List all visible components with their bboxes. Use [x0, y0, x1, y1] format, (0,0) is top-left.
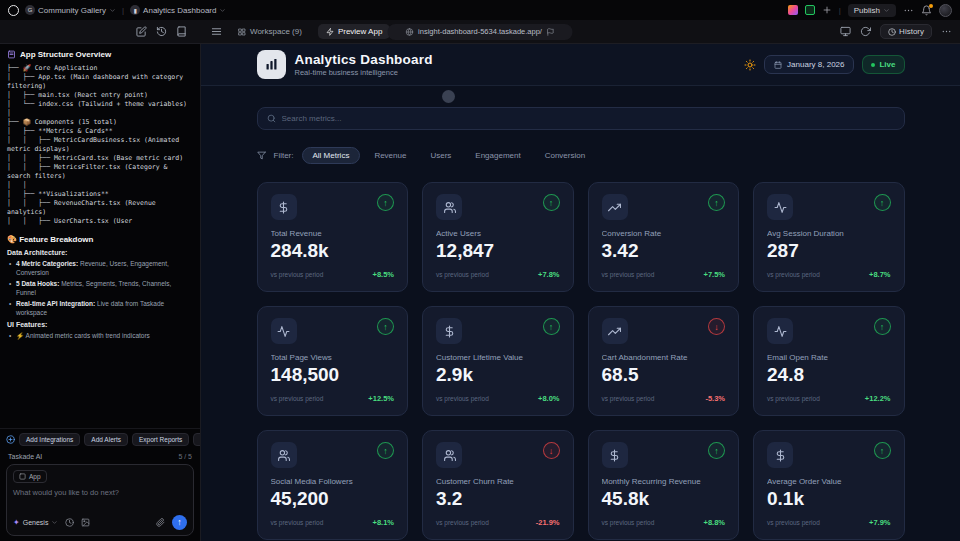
community-gallery-label: Community Gallery — [38, 6, 106, 15]
green-widget-icon[interactable] — [805, 5, 815, 15]
search-input[interactable] — [282, 114, 895, 123]
clipboard-icon — [7, 50, 16, 59]
more-icon[interactable] — [941, 26, 952, 37]
context-chip-app[interactable]: App — [13, 470, 47, 483]
ui-bullets: ⚡ Animated metric cards with trend indic… — [7, 331, 193, 340]
quick-action-button[interactable]: Add Integrations — [19, 433, 80, 446]
trend-indicator-icon: ↑ — [543, 318, 560, 335]
tree-line: ├── 📦 Components (15 total) — [7, 118, 193, 127]
url-text: insight-dashboard-5634.taskade.app/ — [418, 27, 542, 36]
clock-icon — [888, 28, 896, 36]
sidebar-scroll[interactable]: App Structure Overview ├── 🚀 Core Applic… — [0, 44, 200, 428]
more-icon[interactable] — [903, 5, 914, 16]
tree-line: │ │ ├── MetricCard.tsx (Base metric card… — [7, 154, 193, 163]
metric-change: +8.5% — [373, 270, 394, 279]
filter-pill[interactable]: Revenue — [364, 148, 416, 163]
page-subtitle: Real-time business intelligence — [295, 68, 433, 77]
gem-icon[interactable] — [788, 5, 798, 15]
quick-action-button[interactable]: Add Alerts — [84, 433, 128, 446]
filter-pill[interactable]: Engagement — [465, 148, 530, 163]
send-button[interactable]: ↑ — [172, 515, 187, 530]
arch-bullets: 4 Metric Categories: Revenue, Users, Eng… — [7, 259, 193, 317]
trend-indicator-icon: ↑ — [377, 442, 394, 459]
metric-card[interactable]: ↑ Active Users 12,847 vs previous period… — [422, 182, 574, 292]
metric-card[interactable]: ↓ Cart Abandonment Rate 68.5 vs previous… — [588, 306, 740, 416]
filter-pill[interactable]: Conversion — [535, 148, 595, 163]
journal-icon[interactable] — [176, 26, 187, 37]
drag-handle[interactable] — [442, 90, 455, 103]
feature-bullet: ⚡ Animated metric cards with trend indic… — [7, 331, 193, 340]
plus-icon[interactable] — [822, 5, 832, 15]
metric-vs-label: vs previous period — [767, 271, 820, 278]
history-button[interactable]: History — [880, 24, 932, 39]
metric-icon — [271, 442, 297, 468]
community-gallery-menu[interactable]: G Community Gallery — [25, 5, 116, 15]
metric-card[interactable]: ↓ Customer Churn Rate 3.2 vs previous pe… — [422, 430, 574, 540]
chevron-down-icon — [883, 7, 890, 14]
publish-button[interactable]: Publish — [848, 4, 896, 17]
metric-icon — [602, 442, 628, 468]
avatar[interactable] — [939, 4, 952, 17]
quick-action-button[interactable]: Custom — [193, 433, 200, 446]
metric-change: +12.5% — [368, 394, 394, 403]
structure-title: App Structure Overview — [20, 50, 111, 59]
composer-input[interactable]: What would you like to do next? — [13, 488, 187, 510]
preview-body[interactable]: Filter: All MetricsRevenueUsersEngagemen… — [201, 86, 960, 541]
history-icon[interactable] — [156, 26, 167, 37]
metric-value: 24.8 — [767, 364, 891, 386]
notifications-button[interactable] — [921, 5, 932, 16]
trend-indicator-icon: ↑ — [708, 442, 725, 459]
chevron-down-icon — [51, 519, 58, 526]
divider: | — [122, 6, 124, 15]
search-bar[interactable] — [257, 107, 905, 130]
model-selector[interactable]: ✦ Genesis — [13, 518, 58, 527]
metric-card[interactable]: ↑ Social Media Followers 45,200 vs previ… — [257, 430, 409, 540]
metric-card[interactable]: ↑ Email Open Rate 24.8 vs previous perio… — [753, 306, 905, 416]
metric-card[interactable]: ↑ Average Order Value 0.1k vs previous p… — [753, 430, 905, 540]
date-label: January 8, 2026 — [787, 60, 844, 69]
metric-change: -21.9% — [536, 518, 560, 527]
flag-icon[interactable] — [547, 28, 555, 36]
metric-vs-label: vs previous period — [436, 395, 489, 402]
filter-pill[interactable]: All Metrics — [302, 147, 361, 164]
address-bar[interactable]: insight-dashboard-5634.taskade.app/ — [388, 24, 573, 40]
ai-composer[interactable]: App What would you like to do next? ✦ Ge… — [6, 464, 194, 536]
tree-line: │ │ ├── MetricsFilter.tsx (Category & se… — [7, 163, 193, 181]
metric-vs-label: vs previous period — [602, 271, 655, 278]
metric-card[interactable]: ↑ Avg Session Duration 287 vs previous p… — [753, 182, 905, 292]
metric-value: 45.8k — [602, 488, 726, 510]
taskade-logo-icon[interactable] — [8, 5, 19, 16]
metric-card[interactable]: ↑ Conversion Rate 3.42 vs previous perio… — [588, 182, 740, 292]
image-icon[interactable] — [81, 518, 90, 527]
filter-row: Filter: All MetricsRevenueUsersEngagemen… — [257, 147, 905, 164]
clock-icon[interactable] — [65, 518, 74, 527]
metric-value: 148,500 — [271, 364, 395, 386]
chat-sidebar: App Structure Overview ├── 🚀 Core Applic… — [0, 44, 201, 541]
filter-pill[interactable]: Users — [420, 148, 461, 163]
project-menu[interactable]: ▮ Analytics Dashboard — [130, 5, 226, 15]
paperclip-icon[interactable] — [156, 518, 165, 527]
metric-card[interactable]: ↑ Customer Lifetime Value 2.9k vs previo… — [422, 306, 574, 416]
tab-preview-app[interactable]: Preview App — [318, 24, 390, 39]
quick-action-button[interactable]: Export Reports — [132, 433, 189, 446]
chevron-down-icon — [109, 7, 116, 14]
metric-label: Active Users — [436, 229, 560, 238]
metric-value: 0.1k — [767, 488, 891, 510]
monitor-icon[interactable] — [840, 26, 851, 37]
metric-vs-label: vs previous period — [767, 519, 820, 526]
page-title: Analytics Dashboard — [295, 52, 433, 67]
tree-line: │ ├── App.tsx (Main dashboard with categ… — [7, 73, 193, 91]
gallery-icon: G — [25, 5, 35, 15]
structure-tree: ├── 🚀 Core Application│ ├── App.tsx (Mai… — [7, 64, 193, 226]
tab-workspace[interactable]: Workspace (9) — [230, 24, 310, 39]
date-picker-button[interactable]: January 8, 2026 — [764, 55, 854, 74]
metric-change: +7.8% — [538, 270, 559, 279]
metric-card[interactable]: ↑ Monthly Recurring Revenue 45.8k vs pre… — [588, 430, 740, 540]
live-badge: Live — [862, 55, 904, 74]
theme-toggle-sun-icon[interactable] — [744, 59, 756, 71]
menu-icon[interactable] — [211, 26, 222, 37]
metric-card[interactable]: ↑ Total Revenue 284.8k vs previous perio… — [257, 182, 409, 292]
compose-icon[interactable] — [136, 26, 147, 37]
metric-card[interactable]: ↑ Total Page Views 148,500 vs previous p… — [257, 306, 409, 416]
refresh-icon[interactable] — [860, 26, 871, 37]
